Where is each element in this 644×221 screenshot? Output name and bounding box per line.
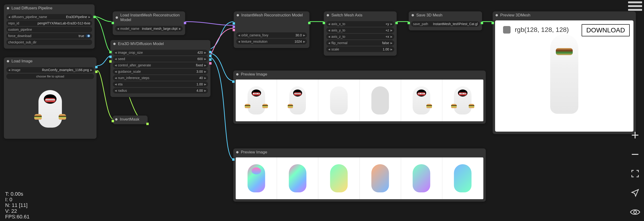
chevron-right-icon[interactable]: ▶ xyxy=(204,64,206,67)
collapse-dot-icon[interactable] xyxy=(113,43,116,45)
field-force-download[interactable]: force_download true xyxy=(6,33,92,39)
collapse-dot-icon[interactable] xyxy=(7,60,9,62)
node-header[interactable]: InstantMesh Reconstruction Model xyxy=(234,12,309,19)
collapse-dot-icon[interactable] xyxy=(237,14,239,16)
input-port[interactable] xyxy=(232,80,234,83)
upload-button[interactable]: choose file to upload xyxy=(6,74,94,79)
zoom-in-button[interactable] xyxy=(630,130,641,141)
node-invertmask[interactable]: InvertMask xyxy=(112,116,148,124)
node-header[interactable]: Preview 3DMesh xyxy=(493,12,636,19)
chevron-left-icon[interactable]: ◀ xyxy=(115,64,116,67)
chevron-right-icon[interactable]: ▶ xyxy=(390,35,392,38)
chevron-right-icon[interactable]: ▶ xyxy=(204,58,206,60)
output-port[interactable] xyxy=(308,22,310,24)
chevron-right-icon[interactable]: ▶ xyxy=(390,48,392,51)
chevron-right-icon[interactable]: ▶ xyxy=(204,83,206,86)
chevron-left-icon[interactable]: ◀ xyxy=(328,35,330,38)
node-canvas[interactable]: Load Diffusers Pipeline ◀ diffusers_pipe… xyxy=(0,0,644,221)
field-image[interactable]: ◀ image RunComfy_examples_1166.png ▶ xyxy=(6,67,94,73)
chevron-left-icon[interactable]: ◀ xyxy=(8,68,10,72)
node-header[interactable]: Load InstantMesh Reconstruction Model xyxy=(113,12,185,24)
chevron-right-icon[interactable]: ▶ xyxy=(390,42,392,44)
field-model-name[interactable]: ◀ model_name instant_mesh_large.ckpt ▶ xyxy=(115,26,183,32)
output-port-2[interactable] xyxy=(209,55,212,57)
output-port[interactable] xyxy=(93,16,96,18)
node-load-diffusers-pipeline[interactable]: Load Diffusers Pipeline ◀ diffusers_pipe… xyxy=(4,4,95,49)
collapse-dot-icon[interactable] xyxy=(236,73,238,76)
node-switch-mesh-axis[interactable]: Switch Mesh Axis ◀ axis_x_to +y ▶ ◀ axis… xyxy=(324,11,397,56)
chevron-right-icon[interactable]: ▶ xyxy=(90,68,92,72)
chevron-left-icon[interactable]: ◀ xyxy=(328,29,330,32)
toggle-on-icon[interactable] xyxy=(86,34,90,38)
node-load-instantmesh-recon-model[interactable]: Load InstantMesh Reconstruction Model ◀ … xyxy=(112,11,185,35)
field-axis-x-to[interactable]: ◀ axis_x_to +y ▶ xyxy=(326,21,394,27)
field-save-path[interactable]: save_path InstantMesh_test\Priest_Cat.gl xyxy=(411,21,480,27)
output-port-mask[interactable] xyxy=(95,70,98,73)
field-eta[interactable]: ◀ eta 1.00 ▶ xyxy=(113,82,208,87)
chevron-right-icon[interactable]: ▶ xyxy=(390,29,392,32)
node-header[interactable]: Load Diffusers Pipeline xyxy=(4,4,94,12)
field-custom-pipeline[interactable]: custom_pipeline xyxy=(6,27,92,32)
collapse-dot-icon[interactable] xyxy=(116,16,118,19)
node-save-3d-mesh[interactable]: Save 3D Mesh save_path InstantMesh_test\… xyxy=(408,11,482,30)
node-header[interactable]: InvertMask xyxy=(113,116,148,123)
collapse-dot-icon[interactable] xyxy=(236,151,238,154)
fullscreen-button[interactable] xyxy=(630,168,641,179)
chevron-left-icon[interactable]: ◀ xyxy=(115,83,116,86)
chevron-right-icon[interactable]: ▶ xyxy=(204,51,206,54)
collapse-dot-icon[interactable] xyxy=(496,14,498,16)
output-port[interactable] xyxy=(146,123,149,125)
output-port[interactable] xyxy=(481,22,483,24)
input-port[interactable] xyxy=(323,22,325,24)
download-button[interactable]: DOWNLOAD xyxy=(582,24,630,36)
field-diffusers-pipeline-name[interactable]: ◀ diffusers_pipeline_name Era3DPipeline … xyxy=(6,14,92,20)
mesh-3d-viewer[interactable]: rgb(128, 128, 128) DOWNLOAD xyxy=(495,20,634,132)
field-radius[interactable]: ◀ radius 4.00 ▶ xyxy=(113,88,208,93)
collapse-dot-icon[interactable] xyxy=(7,7,9,10)
field-guidance-scale[interactable]: ◀ guidance_scale 3.00 ▶ xyxy=(113,69,208,74)
collapse-dot-icon[interactable] xyxy=(327,14,329,16)
field-image-crop-size[interactable]: ◀ image_crop_size 420 ▶ xyxy=(113,50,208,55)
input-port[interactable] xyxy=(232,158,234,161)
node-header[interactable]: Save 3D Mesh xyxy=(409,12,482,19)
input-port-image[interactable] xyxy=(109,56,112,58)
input-port-pipeline[interactable] xyxy=(109,51,112,53)
chevron-left-icon[interactable]: ◀ xyxy=(328,22,330,26)
chevron-right-icon[interactable]: ▶ xyxy=(88,16,90,18)
field-scale[interactable]: ◀ scale 1.00 ▶ xyxy=(326,46,394,52)
chevron-right-icon[interactable]: ▶ xyxy=(204,70,206,73)
field-axis-y-to[interactable]: ◀ axis_y_to +z ▶ xyxy=(326,28,394,33)
output-port-1[interactable] xyxy=(209,51,212,53)
chevron-left-icon[interactable]: ◀ xyxy=(328,48,330,51)
input-port-mask[interactable] xyxy=(109,60,112,63)
chevron-left-icon[interactable]: ◀ xyxy=(115,58,116,60)
input-port-2[interactable] xyxy=(233,26,235,28)
field-control-after-generate[interactable]: ◀ control_after_generate fixed ▶ xyxy=(113,62,208,68)
node-load-image[interactable]: Load Image ◀ image RunComfy_examples_116… xyxy=(4,57,96,139)
field-num-inference-steps[interactable]: ◀ num_inference_steps 40 ▶ xyxy=(113,75,208,81)
field-texture-resolution[interactable]: ◀ texture_resolution 1024 ▶ xyxy=(236,39,307,44)
field-checkpoint-sub-dir[interactable]: checkpoint_sub_dir xyxy=(6,40,92,45)
chevron-left-icon[interactable]: ◀ xyxy=(115,70,116,73)
input-port[interactable] xyxy=(408,22,410,24)
chevron-right-icon[interactable]: ▶ xyxy=(390,22,392,26)
node-preview-image-2[interactable]: Preview Image xyxy=(233,148,486,202)
locate-button[interactable] xyxy=(630,187,641,198)
chevron-left-icon[interactable]: ◀ xyxy=(328,42,330,44)
input-port-3[interactable] xyxy=(233,29,235,31)
field-repo-id[interactable]: repo_id pengHTYX/MacLab-Era3D-512-6vie xyxy=(6,20,92,26)
node-header[interactable]: Switch Mesh Axis xyxy=(324,12,396,19)
field-axis-z-to[interactable]: ◀ axis_z_to +x ▶ xyxy=(326,34,394,40)
field-flip-normal[interactable]: ◀ flip_normal false ▶ xyxy=(326,40,394,46)
input-port-1[interactable] xyxy=(233,22,235,25)
chevron-left-icon[interactable]: ◀ xyxy=(238,34,240,37)
input-port[interactable] xyxy=(112,120,114,122)
node-preview-3dmesh[interactable]: Preview 3DMesh rgb(128, 128, 128) DOWNLO… xyxy=(492,11,636,134)
chevron-right-icon[interactable]: ▶ xyxy=(303,34,305,37)
chevron-left-icon[interactable]: ◀ xyxy=(115,89,116,92)
chevron-right-icon[interactable]: ▶ xyxy=(179,27,181,30)
collapse-dot-icon[interactable] xyxy=(115,118,118,120)
node-header[interactable]: Era3D MVDiffusion Model xyxy=(110,40,210,48)
chevron-left-icon[interactable]: ◀ xyxy=(117,27,119,30)
output-port-4[interactable] xyxy=(209,62,212,64)
